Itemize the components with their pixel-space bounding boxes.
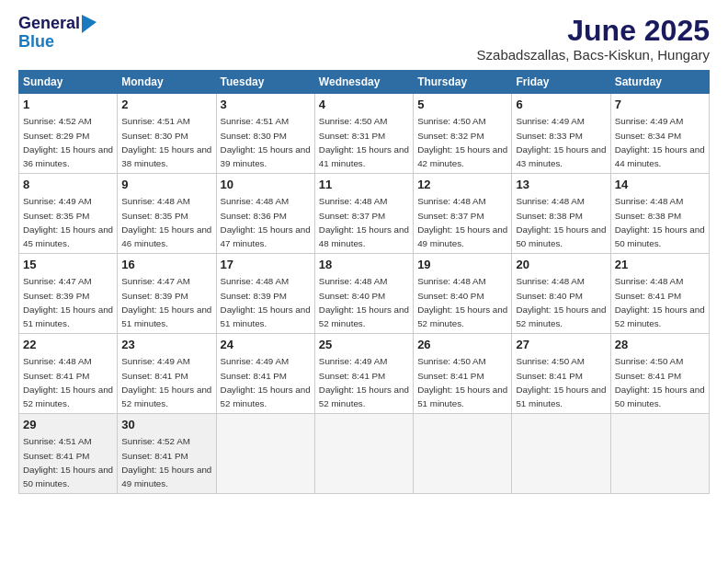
calendar-cell: 14Sunrise: 4:48 AMSunset: 8:38 PMDayligh… <box>610 174 709 254</box>
calendar-cell: 15Sunrise: 4:47 AMSunset: 8:39 PMDayligh… <box>19 254 118 334</box>
day-info: Sunrise: 4:50 AMSunset: 8:31 PMDaylight:… <box>319 116 409 168</box>
day-info: Sunrise: 4:49 AMSunset: 8:34 PMDaylight:… <box>615 116 705 168</box>
calendar-cell: 20Sunrise: 4:48 AMSunset: 8:40 PMDayligh… <box>512 254 610 334</box>
calendar-cell: 1Sunrise: 4:52 AMSunset: 8:29 PMDaylight… <box>19 94 118 174</box>
day-number: 26 <box>417 337 507 353</box>
day-number: 23 <box>121 337 211 353</box>
calendar-cell: 8Sunrise: 4:49 AMSunset: 8:35 PMDaylight… <box>19 174 118 254</box>
calendar-cell: 13Sunrise: 4:48 AMSunset: 8:38 PMDayligh… <box>512 174 610 254</box>
calendar-cell: 10Sunrise: 4:48 AMSunset: 8:36 PMDayligh… <box>216 174 314 254</box>
day-number: 16 <box>121 257 211 273</box>
calendar-cell: 25Sunrise: 4:49 AMSunset: 8:41 PMDayligh… <box>314 334 413 414</box>
calendar-cell: 11Sunrise: 4:48 AMSunset: 8:37 PMDayligh… <box>314 174 413 254</box>
day-info: Sunrise: 4:50 AMSunset: 8:32 PMDaylight:… <box>417 116 507 168</box>
week-row-5: 29Sunrise: 4:51 AMSunset: 8:41 PMDayligh… <box>19 414 710 494</box>
page: General Blue June 2025 Szabadszallas, Ba… <box>0 0 728 563</box>
day-info: Sunrise: 4:49 AMSunset: 8:41 PMDaylight:… <box>221 356 311 408</box>
calendar-cell <box>414 414 512 494</box>
logo: General Blue <box>18 15 97 52</box>
day-info: Sunrise: 4:49 AMSunset: 8:33 PMDaylight:… <box>516 116 606 168</box>
day-number: 17 <box>221 257 311 273</box>
calendar-cell: 16Sunrise: 4:47 AMSunset: 8:39 PMDayligh… <box>118 254 216 334</box>
calendar-cell: 18Sunrise: 4:48 AMSunset: 8:40 PMDayligh… <box>314 254 413 334</box>
day-number: 13 <box>516 177 606 193</box>
weekday-sunday: Sunday <box>19 71 118 94</box>
day-number: 1 <box>23 97 113 113</box>
week-row-4: 22Sunrise: 4:48 AMSunset: 8:41 PMDayligh… <box>19 334 710 414</box>
day-info: Sunrise: 4:51 AMSunset: 8:30 PMDaylight:… <box>221 116 311 168</box>
week-row-1: 1Sunrise: 4:52 AMSunset: 8:29 PMDaylight… <box>19 94 710 174</box>
calendar-cell: 23Sunrise: 4:49 AMSunset: 8:41 PMDayligh… <box>118 334 216 414</box>
calendar-cell: 6Sunrise: 4:49 AMSunset: 8:33 PMDaylight… <box>512 94 610 174</box>
day-number: 24 <box>221 337 311 353</box>
day-number: 25 <box>319 337 409 353</box>
calendar-cell: 21Sunrise: 4:48 AMSunset: 8:41 PMDayligh… <box>610 254 709 334</box>
day-info: Sunrise: 4:48 AMSunset: 8:38 PMDaylight:… <box>615 196 705 248</box>
weekday-friday: Friday <box>512 71 610 94</box>
day-number: 28 <box>615 337 705 353</box>
calendar-cell: 4Sunrise: 4:50 AMSunset: 8:31 PMDaylight… <box>314 94 413 174</box>
day-info: Sunrise: 4:50 AMSunset: 8:41 PMDaylight:… <box>615 356 705 408</box>
logo-text-blue: Blue <box>18 32 54 51</box>
calendar-cell: 22Sunrise: 4:48 AMSunset: 8:41 PMDayligh… <box>19 334 118 414</box>
header: General Blue June 2025 Szabadszallas, Ba… <box>18 15 710 63</box>
week-row-3: 15Sunrise: 4:47 AMSunset: 8:39 PMDayligh… <box>19 254 710 334</box>
weekday-header-row: SundayMondayTuesdayWednesdayThursdayFrid… <box>19 71 710 94</box>
calendar-cell: 26Sunrise: 4:50 AMSunset: 8:41 PMDayligh… <box>414 334 512 414</box>
day-info: Sunrise: 4:48 AMSunset: 8:41 PMDaylight:… <box>23 356 113 408</box>
logo-icon <box>82 15 97 33</box>
day-number: 18 <box>319 257 409 273</box>
calendar-cell: 30Sunrise: 4:52 AMSunset: 8:41 PMDayligh… <box>118 414 216 494</box>
weekday-saturday: Saturday <box>610 71 709 94</box>
day-info: Sunrise: 4:51 AMSunset: 8:30 PMDaylight:… <box>121 116 211 168</box>
day-number: 29 <box>23 417 113 433</box>
day-number: 19 <box>417 257 507 273</box>
calendar-cell: 2Sunrise: 4:51 AMSunset: 8:30 PMDaylight… <box>118 94 216 174</box>
day-number: 9 <box>121 177 211 193</box>
calendar-cell: 29Sunrise: 4:51 AMSunset: 8:41 PMDayligh… <box>19 414 118 494</box>
day-info: Sunrise: 4:50 AMSunset: 8:41 PMDaylight:… <box>516 356 606 408</box>
calendar-cell: 28Sunrise: 4:50 AMSunset: 8:41 PMDayligh… <box>610 334 709 414</box>
day-number: 27 <box>516 337 606 353</box>
subtitle: Szabadszallas, Bacs-Kiskun, Hungary <box>477 47 710 63</box>
day-number: 3 <box>221 97 311 113</box>
day-number: 2 <box>121 97 211 113</box>
day-number: 10 <box>221 177 311 193</box>
day-info: Sunrise: 4:49 AMSunset: 8:41 PMDaylight:… <box>319 356 409 408</box>
day-number: 5 <box>417 97 507 113</box>
day-number: 12 <box>417 177 507 193</box>
day-info: Sunrise: 4:49 AMSunset: 8:35 PMDaylight:… <box>23 196 113 248</box>
day-info: Sunrise: 4:48 AMSunset: 8:38 PMDaylight:… <box>516 196 606 248</box>
svg-marker-0 <box>82 15 97 33</box>
calendar-cell: 19Sunrise: 4:48 AMSunset: 8:40 PMDayligh… <box>414 254 512 334</box>
calendar-cell: 12Sunrise: 4:48 AMSunset: 8:37 PMDayligh… <box>414 174 512 254</box>
day-info: Sunrise: 4:51 AMSunset: 8:41 PMDaylight:… <box>23 436 113 488</box>
day-number: 22 <box>23 337 113 353</box>
day-info: Sunrise: 4:52 AMSunset: 8:29 PMDaylight:… <box>23 116 113 168</box>
day-number: 8 <box>23 177 113 193</box>
calendar-cell: 17Sunrise: 4:48 AMSunset: 8:39 PMDayligh… <box>216 254 314 334</box>
calendar-cell <box>314 414 413 494</box>
day-info: Sunrise: 4:48 AMSunset: 8:35 PMDaylight:… <box>121 196 211 248</box>
day-number: 21 <box>615 257 705 273</box>
week-row-2: 8Sunrise: 4:49 AMSunset: 8:35 PMDaylight… <box>19 174 710 254</box>
day-number: 20 <box>516 257 606 273</box>
calendar-cell: 3Sunrise: 4:51 AMSunset: 8:30 PMDaylight… <box>216 94 314 174</box>
day-number: 6 <box>516 97 606 113</box>
day-number: 11 <box>319 177 409 193</box>
day-info: Sunrise: 4:48 AMSunset: 8:37 PMDaylight:… <box>319 196 409 248</box>
calendar-cell: 7Sunrise: 4:49 AMSunset: 8:34 PMDaylight… <box>610 94 709 174</box>
title-block: June 2025 Szabadszallas, Bacs-Kiskun, Hu… <box>477 15 710 63</box>
main-title: June 2025 <box>477 15 710 47</box>
calendar-cell: 27Sunrise: 4:50 AMSunset: 8:41 PMDayligh… <box>512 334 610 414</box>
day-number: 4 <box>319 97 409 113</box>
day-number: 7 <box>615 97 705 113</box>
day-number: 15 <box>23 257 113 273</box>
logo-text-general: General <box>18 15 80 33</box>
calendar-cell: 9Sunrise: 4:48 AMSunset: 8:35 PMDaylight… <box>118 174 216 254</box>
day-info: Sunrise: 4:49 AMSunset: 8:41 PMDaylight:… <box>121 356 211 408</box>
weekday-tuesday: Tuesday <box>216 71 314 94</box>
calendar-cell: 5Sunrise: 4:50 AMSunset: 8:32 PMDaylight… <box>414 94 512 174</box>
calendar-cell <box>610 414 709 494</box>
day-info: Sunrise: 4:48 AMSunset: 8:41 PMDaylight:… <box>615 276 705 328</box>
